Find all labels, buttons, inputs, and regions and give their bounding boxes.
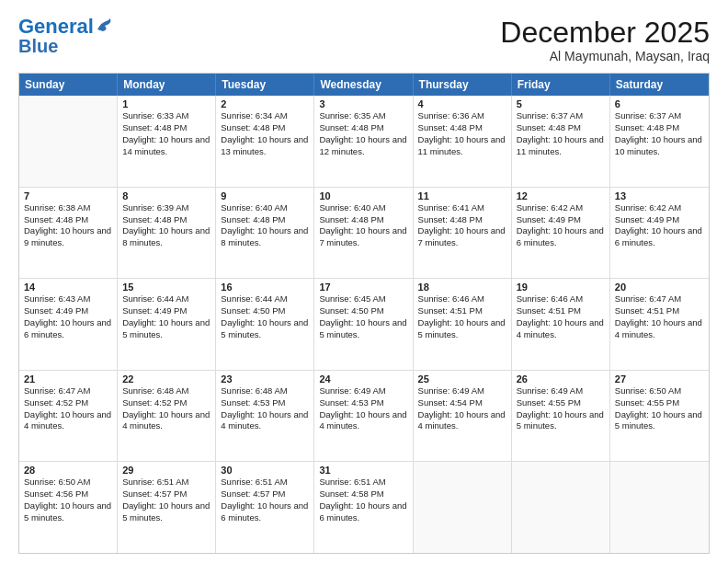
cell-info-line: Sunrise: 6:44 AM bbox=[122, 293, 210, 305]
cal-cell: 8Sunrise: 6:39 AMSunset: 4:48 PMDaylight… bbox=[118, 188, 216, 279]
day-number: 20 bbox=[615, 282, 704, 293]
day-number: 9 bbox=[221, 190, 309, 201]
cell-info-line: Sunset: 4:48 PM bbox=[24, 214, 112, 226]
cell-info-line: Sunset: 4:48 PM bbox=[319, 122, 407, 134]
cell-info-line: Daylight: 10 hours and 5 minutes. bbox=[418, 317, 506, 341]
cell-info-line: Sunset: 4:49 PM bbox=[517, 214, 605, 226]
cell-info-line: Daylight: 10 hours and 4 minutes. bbox=[517, 317, 605, 341]
cell-info-line: Sunset: 4:52 PM bbox=[24, 397, 112, 409]
header-day-saturday: Saturday bbox=[610, 74, 709, 96]
cal-cell: 25Sunrise: 6:49 AMSunset: 4:54 PMDayligh… bbox=[414, 371, 512, 462]
cell-info-line: Sunset: 4:51 PM bbox=[418, 305, 506, 317]
cell-info-line: Sunset: 4:55 PM bbox=[517, 397, 605, 409]
cal-cell: 23Sunrise: 6:48 AMSunset: 4:53 PMDayligh… bbox=[216, 371, 314, 462]
cell-info-line: Sunset: 4:50 PM bbox=[319, 305, 407, 317]
logo-text-blue: Blue bbox=[18, 37, 58, 55]
cal-cell: 1Sunrise: 6:33 AMSunset: 4:48 PMDaylight… bbox=[118, 96, 216, 187]
cal-cell: 10Sunrise: 6:40 AMSunset: 4:48 PMDayligh… bbox=[314, 188, 413, 279]
header-day-friday: Friday bbox=[512, 74, 610, 96]
cell-info-line: Sunrise: 6:40 AM bbox=[221, 202, 309, 214]
cell-info-line: Daylight: 10 hours and 10 minutes. bbox=[615, 134, 704, 158]
cal-cell: 12Sunrise: 6:42 AMSunset: 4:49 PMDayligh… bbox=[512, 188, 610, 279]
cal-cell: 29Sunrise: 6:51 AMSunset: 4:57 PMDayligh… bbox=[118, 462, 216, 553]
day-number: 10 bbox=[319, 190, 407, 201]
cal-cell: 6Sunrise: 6:37 AMSunset: 4:48 PMDaylight… bbox=[610, 96, 709, 187]
cell-info-line: Sunset: 4:49 PM bbox=[615, 214, 704, 226]
cell-info-line: Daylight: 10 hours and 5 minutes. bbox=[517, 409, 605, 433]
day-number: 22 bbox=[122, 373, 210, 385]
cal-cell: 24Sunrise: 6:49 AMSunset: 4:53 PMDayligh… bbox=[314, 371, 413, 462]
page: General Blue December 2025 Al Maymunah, … bbox=[0, 0, 728, 563]
cell-info-line: Sunrise: 6:47 AM bbox=[24, 385, 112, 397]
cell-info-line: Daylight: 10 hours and 9 minutes. bbox=[24, 225, 112, 249]
cell-info-line: Daylight: 10 hours and 6 minutes. bbox=[24, 317, 112, 341]
cell-info-line: Daylight: 10 hours and 5 minutes. bbox=[122, 317, 210, 341]
cell-info-line: Sunset: 4:49 PM bbox=[24, 305, 112, 317]
cell-info-line: Sunset: 4:48 PM bbox=[319, 214, 407, 226]
cell-info-line: Sunrise: 6:47 AM bbox=[615, 293, 704, 305]
cell-info-line: Sunset: 4:52 PM bbox=[122, 397, 210, 409]
header-day-wednesday: Wednesday bbox=[314, 74, 413, 96]
day-number: 21 bbox=[24, 373, 112, 385]
day-number: 1 bbox=[122, 98, 210, 109]
cell-info-line: Daylight: 10 hours and 6 minutes. bbox=[615, 225, 704, 249]
cell-info-line: Sunset: 4:48 PM bbox=[122, 122, 210, 134]
day-number: 27 bbox=[615, 373, 704, 385]
cal-cell: 16Sunrise: 6:44 AMSunset: 4:50 PMDayligh… bbox=[216, 279, 314, 370]
cell-info-line: Sunset: 4:48 PM bbox=[615, 122, 704, 134]
cal-cell: 9Sunrise: 6:40 AMSunset: 4:48 PMDaylight… bbox=[216, 188, 314, 279]
cal-cell: 28Sunrise: 6:50 AMSunset: 4:56 PMDayligh… bbox=[19, 462, 118, 553]
day-number: 28 bbox=[24, 465, 112, 476]
cell-info-line: Sunrise: 6:51 AM bbox=[122, 477, 210, 488]
day-number: 18 bbox=[418, 282, 506, 293]
cell-info-line: Sunset: 4:55 PM bbox=[615, 397, 704, 409]
cell-info-line: Daylight: 10 hours and 5 minutes. bbox=[221, 317, 309, 341]
week-row-2: 7Sunrise: 6:38 AMSunset: 4:48 PMDaylight… bbox=[19, 188, 709, 280]
cal-cell: 7Sunrise: 6:38 AMSunset: 4:48 PMDaylight… bbox=[19, 188, 118, 279]
cell-info-line: Sunset: 4:48 PM bbox=[517, 122, 605, 134]
cell-info-line: Daylight: 10 hours and 11 minutes. bbox=[517, 134, 605, 158]
cell-info-line: Daylight: 10 hours and 13 minutes. bbox=[221, 134, 309, 158]
cell-info-line: Sunset: 4:53 PM bbox=[319, 397, 407, 409]
cell-info-line: Sunrise: 6:35 AM bbox=[319, 110, 407, 122]
cell-info-line: Daylight: 10 hours and 6 minutes. bbox=[517, 225, 605, 249]
day-number: 14 bbox=[24, 282, 112, 293]
cell-info-line: Daylight: 10 hours and 5 minutes. bbox=[122, 500, 210, 524]
cell-info-line: Daylight: 10 hours and 4 minutes. bbox=[319, 409, 407, 433]
calendar-header: SundayMondayTuesdayWednesdayThursdayFrid… bbox=[19, 74, 709, 96]
cal-cell: 5Sunrise: 6:37 AMSunset: 4:48 PMDaylight… bbox=[512, 96, 610, 187]
cal-cell: 14Sunrise: 6:43 AMSunset: 4:49 PMDayligh… bbox=[19, 279, 118, 370]
cell-info-line: Daylight: 10 hours and 4 minutes. bbox=[221, 409, 309, 433]
day-number: 5 bbox=[517, 98, 605, 109]
day-number: 3 bbox=[319, 98, 407, 109]
cell-info-line: Sunrise: 6:49 AM bbox=[517, 385, 605, 397]
week-row-4: 21Sunrise: 6:47 AMSunset: 4:52 PMDayligh… bbox=[19, 371, 709, 463]
cell-info-line: Sunrise: 6:40 AM bbox=[319, 202, 407, 214]
cal-cell: 3Sunrise: 6:35 AMSunset: 4:48 PMDaylight… bbox=[314, 96, 413, 187]
cell-info-line: Sunrise: 6:37 AM bbox=[615, 110, 704, 122]
month-title: December 2025 bbox=[500, 17, 710, 49]
day-number: 12 bbox=[517, 190, 605, 201]
cal-cell: 21Sunrise: 6:47 AMSunset: 4:52 PMDayligh… bbox=[19, 371, 118, 462]
cal-cell: 30Sunrise: 6:51 AMSunset: 4:57 PMDayligh… bbox=[216, 462, 314, 553]
cell-info-line: Sunrise: 6:51 AM bbox=[221, 477, 309, 488]
cell-info-line: Sunset: 4:51 PM bbox=[517, 305, 605, 317]
cell-info-line: Sunrise: 6:33 AM bbox=[122, 110, 210, 122]
day-number: 15 bbox=[122, 282, 210, 293]
cell-info-line: Sunrise: 6:39 AM bbox=[122, 202, 210, 214]
cell-info-line: Sunrise: 6:46 AM bbox=[418, 293, 506, 305]
cal-cell: 20Sunrise: 6:47 AMSunset: 4:51 PMDayligh… bbox=[610, 279, 709, 370]
day-number: 25 bbox=[418, 373, 506, 385]
cal-cell: 13Sunrise: 6:42 AMSunset: 4:49 PMDayligh… bbox=[610, 188, 709, 279]
day-number: 31 bbox=[319, 465, 407, 476]
cell-info-line: Sunrise: 6:46 AM bbox=[517, 293, 605, 305]
cell-info-line: Sunset: 4:49 PM bbox=[122, 305, 210, 317]
day-number: 30 bbox=[221, 465, 309, 476]
day-number: 26 bbox=[517, 373, 605, 385]
calendar-body: 1Sunrise: 6:33 AMSunset: 4:48 PMDaylight… bbox=[19, 96, 709, 553]
day-number: 29 bbox=[122, 465, 210, 476]
cell-info-line: Sunrise: 6:49 AM bbox=[319, 385, 407, 397]
logo-bird-icon bbox=[96, 17, 114, 33]
header-day-monday: Monday bbox=[118, 74, 216, 96]
calendar: SundayMondayTuesdayWednesdayThursdayFrid… bbox=[18, 73, 710, 554]
